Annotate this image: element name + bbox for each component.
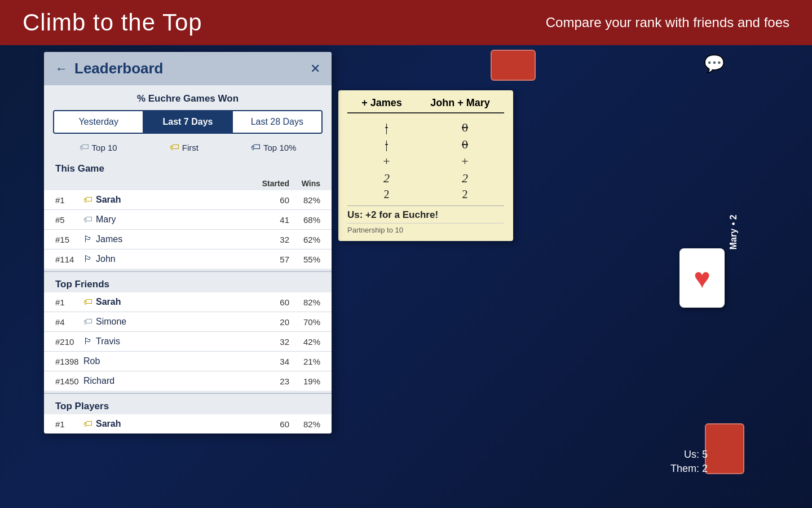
- section-this-game: This Game: [44, 159, 332, 177]
- header-title: Climb to the Top: [23, 9, 202, 36]
- row-rank: #1: [55, 195, 83, 205]
- row-rank: #1: [55, 419, 83, 429]
- scorecard-footer: Us: +2 for a Euchre! Partnership to 10: [347, 205, 504, 234]
- top10pct-icon: 🏷: [251, 142, 261, 153]
- row-name: Sarah: [96, 195, 121, 205]
- scorecard-header: + James John + Mary: [347, 97, 504, 113]
- them-label: Them:: [670, 463, 699, 474]
- header-subtitle: Compare your rank with friends and foes: [546, 15, 789, 30]
- first-label: First: [182, 143, 198, 152]
- table-row: #15 🏳 James 32 62%: [44, 230, 332, 249]
- badge-top10[interactable]: 🏷 Top 10: [80, 142, 117, 153]
- us-label: Us:: [684, 449, 699, 460]
- section-top-friends: Top Friends: [44, 274, 332, 292]
- row-started: 60: [258, 195, 289, 205]
- badge-top10pct[interactable]: 🏷 Top 10%: [251, 142, 296, 153]
- this-game-table-header: Started Wins: [44, 177, 332, 190]
- col-wins: Wins: [289, 179, 320, 188]
- tally-2: |: [385, 137, 387, 152]
- row-started: 32: [258, 337, 289, 347]
- scorecard-right-col: 0 0 + 2 2: [461, 118, 468, 201]
- row-name-area: Richard: [83, 376, 258, 386]
- leaderboard-panel: ← Leaderboard ✕ % Euchre Games Won Yeste…: [44, 52, 332, 433]
- row-started: 34: [258, 357, 289, 366]
- top10-label: Top 10: [92, 143, 117, 152]
- table-row: #1450 Richard 23 19%: [44, 371, 332, 391]
- leaderboard-badges: 🏷 Top 10 🏷 First 🏷 Top 10%: [44, 139, 332, 159]
- scorecard-col2-header: John + Mary: [430, 97, 490, 109]
- leaderboard-title: Leaderboard: [74, 60, 164, 77]
- row-wins: 68%: [289, 215, 320, 225]
- table-row: #1398 Rob 34 21%: [44, 352, 332, 371]
- chat-icon[interactable]: 💬: [704, 54, 725, 73]
- top10-icon: 🏷: [80, 142, 89, 153]
- tally-1: |: [385, 120, 387, 135]
- partnership-label: Partnership to 10: [347, 223, 504, 234]
- them-score: Them: 2: [670, 463, 708, 475]
- row-wins: 42%: [289, 337, 320, 347]
- row-started: 20: [258, 317, 289, 327]
- header: Climb to the Top Compare your rank with …: [0, 0, 812, 45]
- score-r3: +: [461, 154, 468, 169]
- row-started: 32: [258, 235, 289, 244]
- row-rank: #5: [55, 215, 83, 225]
- divider-2: [44, 393, 332, 394]
- this-game-rows: #1 🏷 Sarah 60 82% #5 🏷 Mary 41 68% #15 🏳…: [44, 190, 332, 269]
- row-name-area: 🏷 Sarah: [83, 419, 258, 429]
- row-name-area: 🏷 Sarah: [83, 195, 258, 205]
- score-r2: 0: [462, 137, 468, 152]
- row-wins: 21%: [289, 357, 320, 366]
- tally-5: 2: [383, 188, 389, 201]
- row-wins: 55%: [289, 255, 320, 264]
- heart-card: ♥: [679, 248, 725, 308]
- row-started: 57: [258, 255, 289, 264]
- bookmark-gold-icon: 🏷: [83, 297, 92, 307]
- leaderboard-header: ← Leaderboard ✕: [44, 52, 332, 85]
- row-name: Mary: [96, 214, 116, 225]
- score-r4: 2: [462, 171, 468, 186]
- score-r5: 2: [462, 188, 467, 201]
- top10pct-label: Top 10%: [263, 143, 296, 152]
- table-row: #1 🏷 Sarah 60 82%: [44, 414, 332, 433]
- row-name-area: 🏷 Sarah: [83, 297, 258, 307]
- bookmark-gold-icon: 🏷: [83, 419, 92, 429]
- score-area: Us: 5 Them: 2: [670, 449, 708, 477]
- col-started: Started: [250, 179, 289, 188]
- row-wins: 70%: [289, 317, 320, 327]
- tab-yesterday[interactable]: Yesterday: [54, 111, 143, 133]
- euchre-message: Us: +2 for a Euchre!: [347, 209, 504, 221]
- top-players-rows: #1 🏷 Sarah 60 82%: [44, 414, 332, 433]
- row-name: Rob: [83, 356, 100, 366]
- mary-player-label: Mary • 2: [729, 214, 739, 249]
- tally-3: +: [383, 154, 390, 169]
- row-name: Travis: [96, 336, 120, 347]
- bookmark-silver-icon: 🏷: [83, 214, 92, 225]
- bookmark-outline-icon: 🏳: [83, 234, 92, 244]
- table-row: #4 🏷 Simone 20 70%: [44, 312, 332, 332]
- row-rank: #4: [55, 317, 83, 327]
- top-friends-rows: #1 🏷 Sarah 60 82% #4 🏷 Simone 20 70% #21…: [44, 292, 332, 391]
- scorecard: + James John + Mary | | + 2 2 0 0 + 2 2 …: [338, 90, 513, 241]
- bookmark-outline-icon: 🏳: [83, 336, 92, 347]
- table-row: #5 🏷 Mary 41 68%: [44, 210, 332, 230]
- us-score: Us: 5: [670, 449, 708, 461]
- close-icon[interactable]: ✕: [310, 62, 320, 76]
- us-value: 5: [702, 449, 708, 460]
- back-icon[interactable]: ←: [55, 62, 68, 76]
- leaderboard-tabs: Yesterday Last 7 Days Last 28 Days: [53, 110, 323, 134]
- row-wins: 82%: [289, 419, 320, 429]
- mary-name: Mary: [729, 229, 739, 249]
- row-wins: 62%: [289, 235, 320, 244]
- row-wins: 19%: [289, 376, 320, 386]
- row-name-area: 🏳 John: [83, 254, 258, 264]
- tally-4: 2: [383, 171, 390, 186]
- tab-last28days[interactable]: Last 28 Days: [233, 111, 321, 133]
- row-name: Simone: [96, 317, 126, 327]
- tab-last7days[interactable]: Last 7 Days: [143, 111, 232, 133]
- badge-first[interactable]: 🏷 First: [170, 142, 198, 153]
- bookmark-outline-icon: 🏳: [83, 254, 92, 264]
- section-top-players: Top Players: [44, 396, 332, 414]
- row-started: 60: [258, 297, 289, 307]
- row-wins: 82%: [289, 297, 320, 307]
- row-rank: #1: [55, 297, 83, 307]
